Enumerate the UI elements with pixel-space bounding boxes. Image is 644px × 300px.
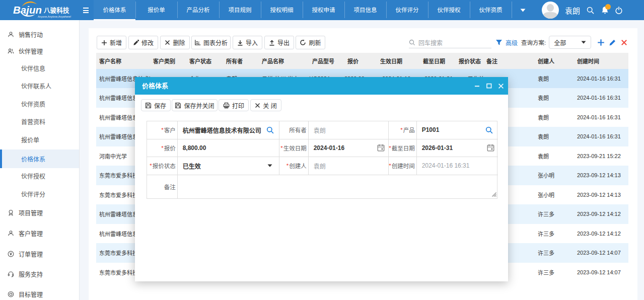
svg-text:Bajun: Bajun	[13, 4, 42, 16]
svg-text:八骏科技: 八骏科技	[43, 7, 69, 14]
svg-text:Anyone,Anytime,Anywhere!: Anyone,Anytime,Anywhere!	[38, 15, 71, 18]
